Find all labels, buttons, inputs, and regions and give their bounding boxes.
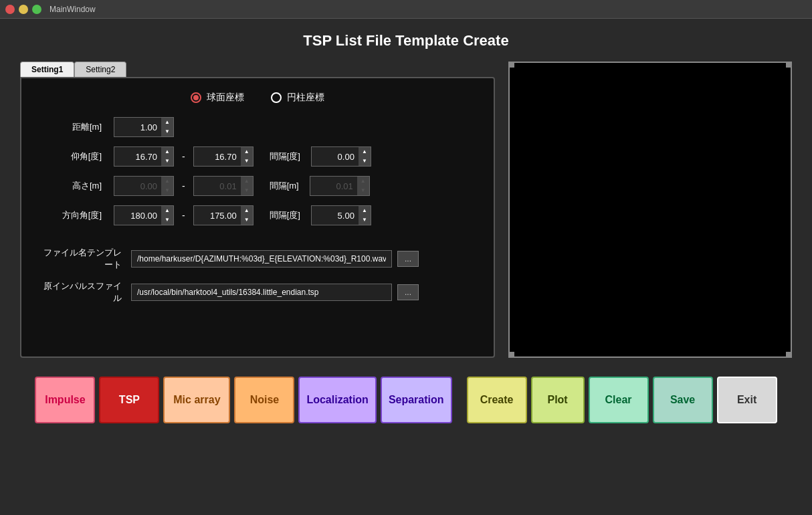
settings-panel: 球面座標 円柱座標 距離[m] ▲ ▼ xyxy=(20,77,495,358)
distance-spinbox[interactable]: ▲ ▼ xyxy=(114,117,174,137)
elevation-interval-up[interactable]: ▲ xyxy=(359,147,371,157)
cylindrical-option[interactable]: 円柱座標 xyxy=(271,92,324,104)
azimuth-label: 方向角[度] xyxy=(41,209,102,221)
elevation-interval-down[interactable]: ▼ xyxy=(359,157,371,166)
elevation-interval-spin-btns: ▲ ▼ xyxy=(359,147,371,166)
azimuth-dash: - xyxy=(182,210,185,221)
impulse-button[interactable]: Impulse xyxy=(35,377,95,423)
azimuth-interval-down[interactable]: ▼ xyxy=(359,215,371,225)
height-interval-up: ▲ xyxy=(357,177,369,186)
tab-setting2[interactable]: Setting2 xyxy=(74,62,126,77)
elevation-dash: - xyxy=(182,151,185,162)
filename-template-row: ファイル名テンプレート ... xyxy=(41,247,474,271)
elevation-interval-input[interactable] xyxy=(312,149,359,165)
height-min-spin-btns: ▲ ▼ xyxy=(161,177,173,195)
elevation-min-down[interactable]: ▼ xyxy=(161,157,173,166)
height-label: 高さ[m] xyxy=(41,180,102,192)
window-title: MainWindow xyxy=(49,5,96,14)
elevation-min-spin-btns: ▲ ▼ xyxy=(161,147,173,166)
distance-spin-down[interactable]: ▼ xyxy=(161,127,173,136)
azimuth-max-spinbox[interactable]: ▲ ▼ xyxy=(193,205,253,225)
azimuth-max-up[interactable]: ▲ xyxy=(241,206,253,215)
azimuth-max-input[interactable] xyxy=(194,208,241,223)
title-bar: MainWindow xyxy=(0,0,812,19)
height-interval-spinbox: ▲ ▼ xyxy=(310,176,370,196)
height-max-spinbox: ▲ ▼ xyxy=(193,176,253,196)
azimuth-min-spinbox[interactable]: ▲ ▼ xyxy=(114,205,174,225)
impulse-file-input[interactable] xyxy=(131,284,392,301)
distance-label: 距離[m] xyxy=(41,121,102,133)
canvas-area xyxy=(508,62,792,358)
create-button[interactable]: Create xyxy=(467,377,527,423)
elevation-max-up[interactable]: ▲ xyxy=(241,147,253,157)
impulse-file-row: 原インパルスファイル ... xyxy=(41,280,474,304)
coordinate-row: 球面座標 円柱座標 xyxy=(41,92,474,104)
left-panel: Setting1 Setting2 球面座標 円柱座標 xyxy=(20,62,495,358)
elevation-max-input[interactable] xyxy=(194,149,241,165)
height-interval-spin-btns: ▲ ▼ xyxy=(357,177,369,195)
canvas-corner-tl xyxy=(509,62,514,68)
azimuth-min-input[interactable] xyxy=(114,208,161,223)
cylindrical-label: 円柱座標 xyxy=(287,92,324,104)
distance-input[interactable] xyxy=(114,120,161,135)
azimuth-interval-input[interactable] xyxy=(312,208,359,223)
impulse-file-browse[interactable]: ... xyxy=(397,284,419,300)
save-button[interactable]: Save xyxy=(653,377,713,423)
elevation-label: 仰角[度] xyxy=(41,150,102,163)
azimuth-min-spin-btns: ▲ ▼ xyxy=(161,206,173,225)
maximize-button[interactable] xyxy=(32,5,41,14)
height-interval-label: 間隔[m] xyxy=(270,180,299,192)
azimuth-interval-up[interactable]: ▲ xyxy=(359,206,371,215)
tab-setting1[interactable]: Setting1 xyxy=(20,62,74,77)
spherical-label: 球面座標 xyxy=(207,92,244,104)
azimuth-interval-spin-btns: ▲ ▼ xyxy=(359,206,371,225)
cylindrical-radio[interactable] xyxy=(271,92,282,103)
height-min-down: ▼ xyxy=(161,186,173,195)
plot-button[interactable]: Plot xyxy=(531,377,585,423)
elevation-min-input[interactable] xyxy=(114,149,161,165)
height-max-down: ▼ xyxy=(241,186,253,195)
azimuth-max-down[interactable]: ▼ xyxy=(241,215,253,225)
azimuth-max-spin-btns: ▲ ▼ xyxy=(241,206,253,225)
tabs: Setting1 Setting2 xyxy=(20,62,495,77)
canvas-corner-tr xyxy=(786,62,791,68)
filename-template-label: ファイル名テンプレート xyxy=(41,247,122,271)
micarray-button[interactable]: Mic array xyxy=(163,377,230,423)
elevation-max-spinbox[interactable]: ▲ ▼ xyxy=(193,146,253,167)
spherical-option[interactable]: 球面座標 xyxy=(191,92,244,104)
height-interval-input xyxy=(310,179,357,194)
filename-template-input[interactable] xyxy=(131,250,392,268)
canvas-corner-br xyxy=(786,352,791,357)
exit-button[interactable]: Exit xyxy=(717,377,777,423)
height-max-input xyxy=(194,179,241,194)
azimuth-interval-spinbox[interactable]: ▲ ▼ xyxy=(311,205,371,225)
distance-row: 距離[m] ▲ ▼ xyxy=(41,117,474,137)
height-interval-down: ▼ xyxy=(357,186,369,195)
separation-button[interactable]: Separation xyxy=(381,377,452,423)
impulse-file-label: 原インパルスファイル xyxy=(41,280,122,304)
close-button[interactable] xyxy=(5,5,15,14)
elevation-max-spin-btns: ▲ ▼ xyxy=(241,147,253,166)
minimize-button[interactable] xyxy=(19,5,28,14)
noise-button[interactable]: Noise xyxy=(234,377,294,423)
page-title: TSP List File Template Create xyxy=(20,32,792,49)
azimuth-min-up[interactable]: ▲ xyxy=(161,206,173,215)
filename-template-browse[interactable]: ... xyxy=(397,251,419,267)
height-max-up: ▲ xyxy=(241,177,253,186)
distance-spin-up[interactable]: ▲ xyxy=(161,118,173,127)
height-min-up: ▲ xyxy=(161,177,173,186)
azimuth-min-down[interactable]: ▼ xyxy=(161,215,173,225)
distance-spin-btns: ▲ ▼ xyxy=(161,118,173,136)
canvas-corner-bl xyxy=(509,352,514,357)
localization-button[interactable]: Localization xyxy=(298,377,376,423)
azimuth-row: 方向角[度] ▲ ▼ - ▲ ▼ xyxy=(41,205,474,225)
elevation-min-spinbox[interactable]: ▲ ▼ xyxy=(114,146,174,167)
elevation-row: 仰角[度] ▲ ▼ - ▲ ▼ xyxy=(41,146,474,167)
elevation-max-down[interactable]: ▼ xyxy=(241,157,253,166)
spherical-radio[interactable] xyxy=(191,92,201,103)
clear-button[interactable]: Clear xyxy=(589,377,649,423)
tsp-button[interactable]: TSP xyxy=(99,377,159,423)
elevation-min-up[interactable]: ▲ xyxy=(161,147,173,157)
elevation-interval-spinbox[interactable]: ▲ ▼ xyxy=(311,146,371,167)
height-min-input xyxy=(114,179,161,194)
